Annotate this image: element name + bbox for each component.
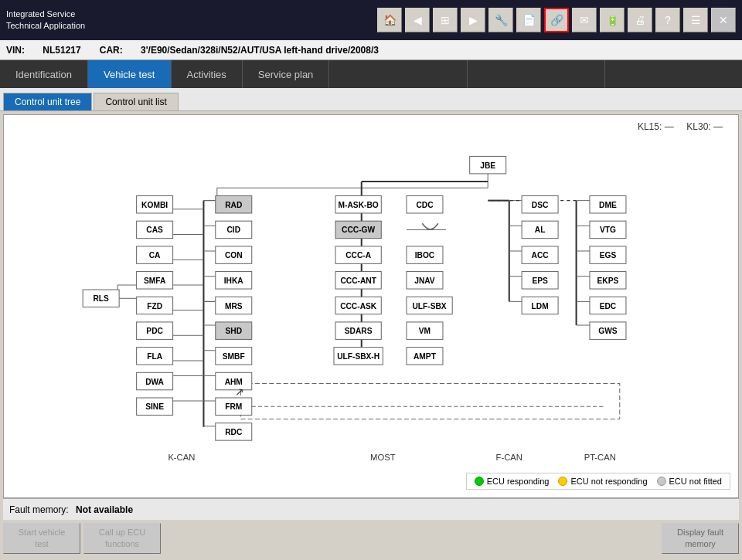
vin-value: NL51217 xyxy=(43,45,80,56)
svg-rect-100 xyxy=(335,272,381,289)
svg-rect-110 xyxy=(137,297,173,314)
svg-rect-124 xyxy=(216,322,252,339)
svg-text:EDC: EDC xyxy=(600,302,617,311)
svg-rect-145 xyxy=(137,398,173,415)
bottom-left-buttons: Start vehicle test Call up ECU functions xyxy=(3,523,161,555)
svg-rect-130 xyxy=(590,322,626,339)
svg-text:LDM: LDM xyxy=(532,302,549,311)
fault-label: Fault memory: xyxy=(9,504,69,515)
svg-rect-75 xyxy=(216,221,252,238)
svg-rect-102 xyxy=(407,272,443,289)
svg-rect-82 xyxy=(590,221,626,238)
status-bar: Fault memory: Not available xyxy=(3,498,739,520)
kl30-value: — xyxy=(713,121,723,132)
svg-rect-122 xyxy=(137,322,173,339)
mail-button[interactable]: ✉ xyxy=(572,8,597,32)
svg-rect-138 xyxy=(407,348,443,365)
copy-button[interactable]: ⊞ xyxy=(433,8,458,32)
subtab-bar: Control unit tree Control unit list xyxy=(0,88,742,111)
svg-rect-71 xyxy=(590,195,626,212)
svg-text:MRS: MRS xyxy=(225,302,243,311)
wrench-button[interactable]: 🔧 xyxy=(488,8,513,32)
battery-button[interactable]: 🔋 xyxy=(600,8,625,32)
legend-responding: ECU responding xyxy=(475,477,550,486)
tab-service-plan[interactable]: Service plan xyxy=(243,60,330,88)
bottom-buttons: Start vehicle test Call up ECU functions… xyxy=(3,520,739,557)
tab-empty2[interactable] xyxy=(468,60,605,88)
home-button[interactable]: 🏠 xyxy=(377,8,402,32)
svg-text:EKPS: EKPS xyxy=(597,277,619,285)
svg-text:CA: CA xyxy=(149,251,161,260)
start-vehicle-test-button[interactable]: Start vehicle test xyxy=(3,523,80,555)
svg-text:ULF-SBX: ULF-SBX xyxy=(412,302,446,311)
svg-text:JBE: JBE xyxy=(480,161,495,170)
svg-rect-118 xyxy=(522,297,558,314)
display-fault-memory-button[interactable]: Display fault memory xyxy=(662,523,739,555)
svg-rect-80 xyxy=(522,221,558,238)
link-button[interactable]: 🔗 xyxy=(544,8,569,32)
svg-rect-147 xyxy=(216,398,252,415)
vin-label: VIN: xyxy=(6,45,25,56)
pages-button[interactable]: 📄 xyxy=(516,8,541,32)
svg-rect-98 xyxy=(216,272,252,289)
svg-rect-84 xyxy=(137,246,173,263)
svg-text:EGS: EGS xyxy=(600,251,617,260)
call-up-ecu-button[interactable]: Call up ECU functions xyxy=(83,523,161,555)
svg-text:AL: AL xyxy=(535,226,546,235)
tab-vehicle-test[interactable]: Vehicle test xyxy=(88,60,172,88)
svg-rect-120 xyxy=(590,297,626,314)
svg-text:JNAV: JNAV xyxy=(414,277,435,285)
svg-text:F-CAN: F-CAN xyxy=(496,453,522,462)
tab-identification[interactable]: Identification xyxy=(0,60,88,88)
svg-text:SHD: SHD xyxy=(225,327,242,335)
svg-rect-128 xyxy=(407,322,443,339)
svg-text:EPS: EPS xyxy=(532,277,548,285)
legend: ECU responding ECU not responding ECU no… xyxy=(466,473,730,490)
svg-rect-63 xyxy=(216,195,252,212)
print-button[interactable]: 🖨 xyxy=(628,8,652,32)
fault-value: Not available xyxy=(76,504,133,515)
svg-text:↗: ↗ xyxy=(235,385,244,398)
forward-button[interactable]: ▶ xyxy=(461,8,485,32)
svg-text:CID: CID xyxy=(226,226,240,235)
svg-text:DME: DME xyxy=(599,201,617,209)
svg-rect-94 xyxy=(590,246,626,263)
svg-rect-90 xyxy=(407,246,443,263)
svg-text:MOST: MOST xyxy=(370,453,396,462)
legend-not-fitted: ECU not fitted xyxy=(657,477,722,486)
kl15-label: KL15: xyxy=(638,121,662,132)
svg-text:VM: VM xyxy=(419,327,431,335)
list-button[interactable]: ☰ xyxy=(683,8,708,32)
svg-rect-112 xyxy=(216,297,252,314)
vin-bar: VIN: NL51217 CAR: 3'/E90/Sedan/328i/N52/… xyxy=(0,40,742,60)
svg-text:CON: CON xyxy=(225,251,243,260)
svg-rect-108 xyxy=(83,290,119,307)
close-button[interactable]: ✕ xyxy=(711,8,736,32)
svg-text:PT-CAN: PT-CAN xyxy=(584,453,616,462)
kl15-value: — xyxy=(665,121,674,132)
svg-text:FZD: FZD xyxy=(147,302,162,311)
tab-activities[interactable]: Activities xyxy=(172,60,243,88)
svg-text:PDC: PDC xyxy=(146,327,163,335)
tab-empty3[interactable] xyxy=(605,60,742,88)
subtab-control-unit-list[interactable]: Control unit list xyxy=(94,93,178,110)
back-button[interactable]: ◀ xyxy=(405,8,430,32)
subtab-control-unit-tree[interactable]: Control unit tree xyxy=(3,93,92,110)
tab-bar: Identification Vehicle test Activities S… xyxy=(0,60,742,88)
svg-text:ULF-SBX-H: ULF-SBX-H xyxy=(337,352,380,361)
svg-rect-150 xyxy=(216,423,252,440)
svg-text:ACC: ACC xyxy=(532,251,550,260)
diagram-svg: JBE xyxy=(4,115,738,497)
svg-text:KOMBI: KOMBI xyxy=(141,201,168,209)
svg-rect-126 xyxy=(335,322,381,339)
svg-text:RDC: RDC xyxy=(225,428,243,436)
help-button[interactable]: ? xyxy=(655,8,680,32)
yellow-dot xyxy=(558,477,567,486)
svg-rect-88 xyxy=(335,246,381,263)
tab-empty1[interactable] xyxy=(329,60,467,88)
svg-text:CDC: CDC xyxy=(416,201,434,209)
svg-rect-77 xyxy=(335,221,381,238)
svg-text:FLA: FLA xyxy=(147,352,162,361)
svg-text:RLS: RLS xyxy=(93,294,109,303)
svg-text:FRM: FRM xyxy=(225,402,242,411)
